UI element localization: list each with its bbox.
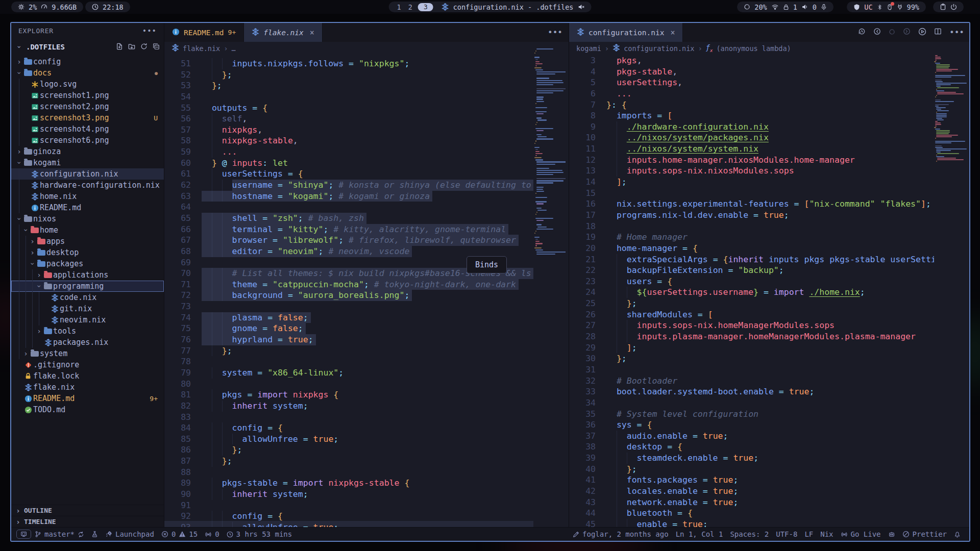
explorer-more-actions-icon[interactable]: ••• [142,27,157,35]
code-line-86[interactable]: 86 }; [164,444,533,456]
chevron-right-icon[interactable]: › [15,147,23,156]
code-line-17[interactable]: 17 programs.nix-ld.dev.enable = true; [569,210,934,221]
line-number[interactable]: 61 [164,168,191,180]
line-number[interactable]: 86 [164,444,191,456]
code-line-76[interactable]: 76 hyprland = true; [164,334,533,345]
code-line-54[interactable]: 54 [164,91,533,103]
timeline-section[interactable]: › TIMELINE [11,516,164,527]
tree-item-nixos[interactable]: ›nixos [11,213,164,224]
code-line-18[interactable]: 18 [569,221,934,232]
line-number[interactable]: 67 [164,235,191,246]
tree-item-packages.nix[interactable]: packages.nix [11,337,164,348]
chevron-down-icon[interactable]: › [29,260,37,268]
code-line-82[interactable]: 82 inherit system; [164,400,533,412]
chevron-right-icon[interactable]: › [35,271,43,279]
code-line-19[interactable]: 19 # Home manager [569,232,934,243]
line-number[interactable]: 21 [569,254,596,265]
nav-back-icon[interactable] [873,28,881,37]
code-line-37[interactable]: 37 audio.enable = true; [569,431,934,442]
code-line-91[interactable]: 91 [164,500,533,511]
line-number[interactable]: 40 [569,464,596,475]
code-line-45[interactable]: 45 enable = true; [569,519,934,527]
code-line-67[interactable]: 67 browser = "librewolf"; # firefox, lib… [164,235,533,246]
code-line-40[interactable]: 40 }; [569,464,934,475]
code-line-28[interactable]: 28 inputs.plasma-manager.homeManagerModu… [569,331,934,342]
code-line-65[interactable]: 65 shell = "zsh"; # bash, zsh [164,213,533,224]
tree-item-packages[interactable]: ›packages [11,258,164,269]
code-line-53[interactable]: 53 }; [164,80,533,91]
refresh-icon[interactable] [140,43,148,52]
shield-icon[interactable] [853,4,860,11]
line-number[interactable]: 33 [569,386,596,397]
code-line-31[interactable]: 31 [569,364,934,375]
code-line-6[interactable]: 6 ... [569,88,934,99]
code-line-79[interactable]: 79 system = "x86_64-linux"; [164,367,533,379]
line-number[interactable]: 65 [164,213,191,224]
code-line-15[interactable]: 15 [569,188,934,199]
line-number[interactable]: 35 [569,409,596,420]
right-minimap[interactable] [934,23,968,527]
line-number[interactable]: 62 [164,180,191,191]
copilot-button[interactable] [885,531,899,538]
line-number[interactable]: 23 [569,276,596,287]
code-line-14[interactable]: 14 ]; [569,177,934,188]
microphone-icon[interactable] [821,4,827,10]
code-line-8[interactable]: 8 imports = [ [569,110,934,121]
launchpad-button[interactable]: Launchpad [102,530,158,538]
code-line-68[interactable]: 68 editor = "neovim"; # neovim, vscode [164,246,533,257]
left-minimap[interactable] [533,23,566,527]
line-number[interactable]: 43 [569,497,596,508]
line-number[interactable]: 69 [164,257,191,268]
line-number[interactable]: 8 [569,110,596,121]
code-line-39[interactable]: 39 steamdeck.enable = true; [569,453,934,464]
tab-readme[interactable]: README.md 9+ [164,23,244,42]
code-line-73[interactable]: 73 [164,301,533,312]
volume-icon[interactable] [801,4,808,10]
go-live-button[interactable]: Go Live [837,530,885,538]
code-line-12[interactable]: 12 inputs.home-manager.nixosModules.home… [569,155,934,166]
chevron-right-icon[interactable]: › [15,58,23,66]
ports-button[interactable]: 0 [201,530,223,538]
code-line-57[interactable]: 57 nixpkgs, [164,124,533,136]
tree-item-config[interactable]: ›config [11,56,164,67]
code-line-74[interactable]: 74 plasma = false; [164,312,533,323]
line-number[interactable]: 32 [569,375,596,387]
code-line-78[interactable]: 78 [164,356,533,367]
chevron-right-icon[interactable]: › [35,327,43,335]
code-line-32[interactable]: 32 # Bootloader [569,375,934,387]
cursor-position-button[interactable]: Ln 1, Col 1 [672,530,727,538]
line-number[interactable]: 92 [164,511,191,522]
chevron-down-icon[interactable]: › [22,227,30,234]
code-line-61[interactable]: 61 userSettings = { [164,168,533,180]
code-line-85[interactable]: 85 allowUnfree = true; [164,434,533,445]
line-number[interactable]: 90 [164,489,191,500]
tree-item-code.nix[interactable]: code.nix [11,292,164,303]
code-line-59[interactable]: 59 ... [164,146,533,158]
code-line-26[interactable]: 26 sharedModules = [ [569,309,934,320]
nav-forward-icon[interactable] [903,28,911,37]
line-number[interactable]: 77 [164,345,191,357]
code-line-24[interactable]: 24 ${userSettings.username} = import ./h… [569,287,934,298]
code-line-55[interactable]: 55 outputs = { [164,103,533,114]
tree-item-home[interactable]: ›home [11,224,164,236]
tree-item-docs[interactable]: ›docs● [11,67,164,79]
line-number[interactable]: 34 [569,397,596,409]
tree-item-kogami[interactable]: ›kogami [11,157,164,168]
code-line-7[interactable]: 7}: { [569,99,934,111]
chevron-down-icon[interactable]: › [15,159,23,167]
code-line-25[interactable]: 25 }; [569,298,934,309]
tree-item-screenshot4.png[interactable]: screenshot4.png [11,123,164,135]
line-number[interactable]: 19 [569,232,596,243]
tree-item-ginoza[interactable]: ›ginoza [11,146,164,157]
notifications-button[interactable] [950,531,964,538]
code-line-29[interactable]: 29 ]; [569,342,934,354]
breadcrumb-symbol[interactable]: (anonymous lambda) [716,44,791,53]
tree-item-applications[interactable]: ›applications [11,269,164,281]
tree-item-programming[interactable]: ›programming [11,281,164,292]
keyboard-layout[interactable]: UC [864,3,872,11]
line-number[interactable]: 79 [164,367,191,379]
chevron-down-icon[interactable]: › [35,283,43,290]
tree-item-readme.md[interactable]: README.md9+ [11,393,164,404]
line-number[interactable]: 38 [569,441,596,453]
line-number[interactable]: 12 [569,155,596,166]
